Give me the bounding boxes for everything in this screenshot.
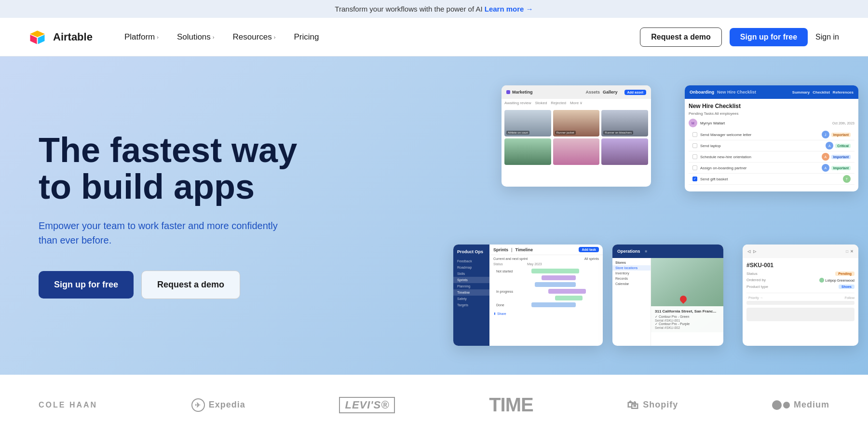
product-ops-card: Product Ops Feedback Roadmap Skills Spri…	[453, 245, 603, 346]
sku-ordered-field: Ordered by Lolipop Greenwood	[746, 278, 854, 283]
hero-content: The fastest way to build apps Empower yo…	[39, 132, 328, 299]
medium-logo: Medium	[772, 400, 829, 410]
hero-demo-button[interactable]: Request a demo	[141, 271, 240, 299]
logo-link[interactable]: Airtable	[29, 28, 93, 46]
sidebar-item: Sprints	[453, 277, 489, 283]
nav-link-resources[interactable]: Resources ›	[225, 27, 284, 47]
announcement-bar: Transform your workflows with the power …	[0, 0, 868, 18]
medium-dot-large	[772, 400, 782, 410]
product-sidebar: Product Ops Feedback Roadmap Skills Spri…	[453, 245, 489, 346]
sidebar-item: Roadmap	[453, 264, 489, 271]
checklist-item: Assign on-boarding partner A Important	[689, 163, 854, 174]
logos-bar: COLE HAAN ✈ Expedia LEVI'S® TIME 🛍 Shopi…	[0, 375, 868, 435]
shopify-logo: 🛍 Shopify	[627, 398, 678, 412]
medium-dot-small	[783, 402, 790, 408]
map-address: 311 California Street, San Franc... ✓ Co…	[651, 306, 723, 332]
announcement-text: Transform your workflows with the power …	[335, 5, 482, 13]
time-logo: TIME	[489, 394, 533, 416]
sku-card: ◁ ▷ □ ✕ #SKU-001 Status Pending Ordered …	[743, 245, 858, 346]
nav-link-solutions[interactable]: Solutions ›	[169, 27, 222, 47]
map-pin	[678, 295, 688, 304]
hero-signup-button[interactable]: Sign up for free	[39, 271, 134, 299]
signup-button[interactable]: Sign up for free	[730, 28, 808, 46]
checklist-item: Send laptop A Critical	[689, 140, 854, 151]
gantt-row	[493, 295, 599, 301]
nav-link-pricing[interactable]: Pricing	[286, 27, 326, 47]
onboarding-card: Onboarding New Hire Checklist Summary Ch…	[685, 85, 858, 191]
checklist-item: ✓ Send gift basket T	[689, 174, 854, 185]
checklist-item: Schedule new-hire orientation A Importan…	[689, 151, 854, 163]
marketing-card: Marketing Assets Gallery Add asset Await…	[502, 85, 651, 187]
gallery-item: Athlete on court	[504, 110, 551, 136]
gallery-item	[553, 138, 600, 165]
operations-card: Operations ≡ Stores Store locations Inve…	[612, 245, 723, 346]
marketing-card-header: Marketing Assets Gallery Add asset	[502, 85, 651, 99]
cole-haan-logo: COLE HAAN	[39, 401, 97, 409]
gallery-item: Runner jacket	[553, 110, 600, 136]
operations-card-header: Operations ≡	[612, 245, 723, 258]
sku-title: #SKU-001	[746, 262, 854, 269]
gantt-row: Not started	[493, 268, 599, 274]
map-area: 311 California Street, San Franc... ✓ Co…	[651, 258, 723, 332]
airtable-logo-icon	[29, 28, 48, 46]
nav-link-platform[interactable]: Platform ›	[117, 27, 166, 47]
gantt-row	[493, 281, 599, 288]
gantt-row	[493, 274, 599, 281]
request-demo-button[interactable]: Request a demo	[640, 27, 722, 47]
hero-section: The fastest way to build apps Empower yo…	[0, 56, 868, 375]
hero-screenshots: Marketing Assets Gallery Add asset Await…	[453, 85, 868, 355]
levis-logo: LEVI'S®	[339, 397, 395, 413]
sku-body: #SKU-001 Status Pending Ordered by Lolip…	[743, 258, 858, 325]
sidebar-item: Skills	[453, 271, 489, 277]
chevron-icon: ›	[274, 34, 276, 40]
chevron-icon: ›	[213, 34, 215, 40]
main-nav: Airtable Platform › Solutions › Resource…	[0, 18, 868, 56]
sku-status-field: Status Pending	[746, 272, 854, 276]
checklist-item: Send Manager welcome letter J Important	[689, 129, 854, 140]
onboarding-card-header: Onboarding New Hire Checklist Summary Ch…	[685, 85, 858, 99]
sku-type-field: Product type Shoes	[746, 285, 854, 289]
sidebar-item: Timeline	[453, 289, 489, 296]
announcement-link[interactable]: Learn more →	[485, 5, 533, 13]
status-badge: Pending	[835, 272, 854, 276]
gallery-item	[601, 138, 648, 165]
gantt-row: Done	[493, 301, 599, 308]
gallery-item: Runner on bleachers	[601, 110, 648, 136]
nav-links: Platform › Solutions › Resources › Prici…	[117, 27, 640, 47]
gallery-item	[504, 138, 551, 165]
chevron-icon: ›	[157, 34, 159, 40]
sidebar-item: Planning	[453, 283, 489, 289]
signin-link[interactable]: Sign in	[815, 33, 839, 41]
sidebar-item: Feedback	[453, 258, 489, 264]
gantt-row: In progress	[493, 288, 599, 295]
hero-subtitle: Empower your team to work faster and mor…	[39, 218, 289, 247]
sidebar-item: Safety	[453, 296, 489, 302]
hero-buttons: Sign up for free Request a demo	[39, 271, 328, 299]
gallery-grid: Athlete on court Runner jacket Runner on…	[502, 107, 651, 168]
sku-card-header: ◁ ▷ □ ✕	[743, 245, 858, 258]
sidebar-item: Targets	[453, 302, 489, 308]
expedia-logo: ✈ Expedia	[191, 398, 245, 412]
hero-title: The fastest way to build apps	[39, 132, 328, 205]
logo-text: Airtable	[53, 31, 93, 43]
nav-actions: Request a demo Sign up for free Sign in	[640, 27, 839, 47]
